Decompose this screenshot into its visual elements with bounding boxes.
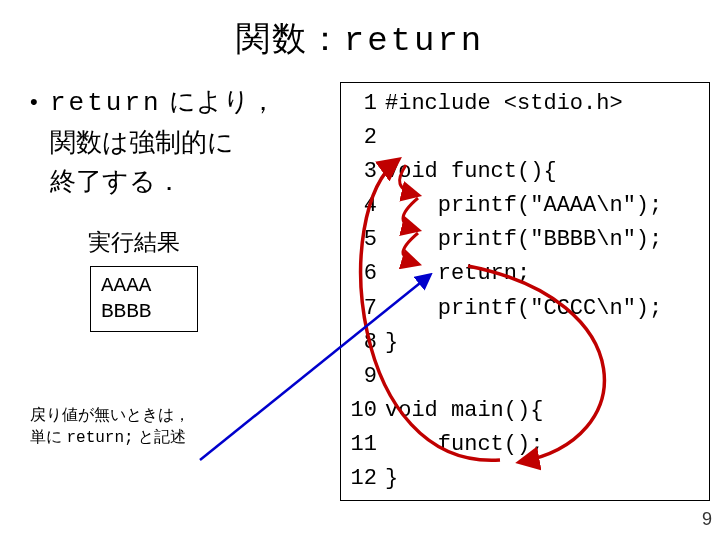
code-text: void funct(){ (385, 155, 709, 189)
bullet-line2: 関数は強制的に (50, 127, 234, 157)
code-line: 11 funct(); (341, 428, 709, 462)
bullet-text: return により， 関数は強制的に 終了する． (50, 82, 340, 201)
code-text: } (385, 462, 709, 496)
execution-result-label: 実行結果 (88, 225, 340, 260)
page-number: 9 (702, 509, 712, 530)
line-number: 3 (341, 155, 385, 189)
code-text: return; (385, 257, 709, 291)
line-number: 2 (341, 121, 385, 155)
footnote: 戻り値が無いときは， 単に return; と記述 (30, 404, 340, 450)
code-text: void main(){ (385, 394, 709, 428)
code-text: printf("AAAA\n"); (385, 189, 709, 223)
bullet-item: • return により， 関数は強制的に 終了する． (30, 82, 340, 201)
bullet-line1-suffix: により， (162, 86, 276, 116)
line-number: 11 (341, 428, 385, 462)
content-row: • return により， 関数は強制的に 終了する． 実行結果 AAAA BB… (0, 72, 720, 501)
bullet-line3: 終了する． (50, 166, 182, 196)
line-number: 5 (341, 223, 385, 257)
line-number: 4 (341, 189, 385, 223)
note-line2-post: と記述 (134, 428, 186, 445)
execution-result-box: AAAA BBBB (90, 266, 198, 333)
note-line2-pre: 単に (30, 428, 66, 445)
code-text: #include <stdio.h> (385, 87, 709, 121)
line-number: 9 (341, 360, 385, 394)
code-text (385, 360, 709, 394)
code-line: 1#include <stdio.h> (341, 87, 709, 121)
code-text: printf("CCCC\n"); (385, 292, 709, 326)
code-line: 2 (341, 121, 709, 155)
code-text: funct(); (385, 428, 709, 462)
code-line: 4 printf("AAAA\n"); (341, 189, 709, 223)
right-column: 1#include <stdio.h>23void funct(){4 prin… (340, 82, 720, 501)
code-text: printf("BBBB\n"); (385, 223, 709, 257)
line-number: 6 (341, 257, 385, 291)
bullet-dot: • (30, 82, 50, 201)
code-line: 6 return; (341, 257, 709, 291)
code-line: 7 printf("CCCC\n"); (341, 292, 709, 326)
line-number: 1 (341, 87, 385, 121)
bullet-code: return (50, 88, 162, 118)
code-line: 12} (341, 462, 709, 496)
line-number: 12 (341, 462, 385, 496)
title-en: return (344, 22, 484, 60)
exec-output-line: BBBB (101, 299, 187, 325)
title-jp: 関数： (236, 19, 344, 57)
line-number: 10 (341, 394, 385, 428)
code-line: 5 printf("BBBB\n"); (341, 223, 709, 257)
code-line: 8} (341, 326, 709, 360)
line-number: 8 (341, 326, 385, 360)
code-listing: 1#include <stdio.h>23void funct(){4 prin… (340, 82, 710, 501)
note-line1: 戻り値が無いときは， (30, 406, 190, 423)
code-text: } (385, 326, 709, 360)
slide-title: 関数：return (0, 0, 720, 72)
exec-output-line: AAAA (101, 273, 187, 299)
code-line: 3void funct(){ (341, 155, 709, 189)
code-line: 10void main(){ (341, 394, 709, 428)
note-line2-code: return; (66, 429, 133, 447)
code-text (385, 121, 709, 155)
code-line: 9 (341, 360, 709, 394)
line-number: 7 (341, 292, 385, 326)
left-column: • return により， 関数は強制的に 終了する． 実行結果 AAAA BB… (30, 82, 340, 501)
